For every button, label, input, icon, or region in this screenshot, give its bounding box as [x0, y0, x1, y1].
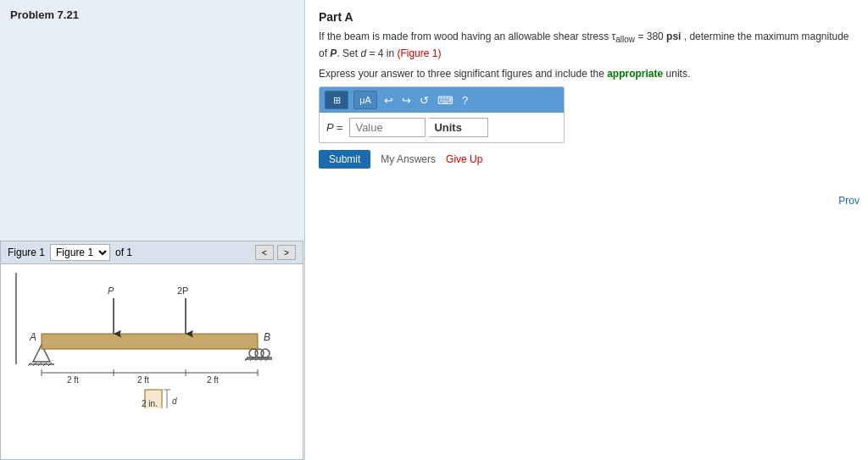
figure-prev-button[interactable]: < [255, 245, 274, 260]
input-row: P = [320, 113, 564, 142]
grid-button[interactable]: ⊞ [325, 91, 348, 109]
grid-icon: ⊞ [333, 95, 341, 106]
svg-text:P: P [108, 285, 114, 296]
keyboard-icon[interactable]: ⌨ [436, 94, 455, 107]
svg-text:B: B [264, 331, 270, 343]
figure-select[interactable]: Figure 1 [50, 244, 110, 261]
svg-text:2 ft: 2 ft [67, 375, 79, 385]
figure-link[interactable]: (Figure 1) [397, 47, 441, 59]
svg-text:2 ft: 2 ft [137, 375, 149, 385]
value-input[interactable] [349, 118, 426, 137]
part-label: Part A [305, 0, 868, 29]
give-up-link[interactable]: Give Up [446, 153, 482, 165]
svg-text:A: A [29, 331, 36, 343]
figure-label: Figure 1 [8, 247, 45, 258]
answer-box: ⊞ μΑ ↩ ↪ ↺ ⌨ ? P = [319, 86, 565, 143]
figure-header: Figure 1 Figure 1 of 1 < > [1, 241, 303, 264]
problem-text: If the beam is made from wood having an … [305, 29, 868, 68]
svg-text:d: d [172, 396, 177, 406]
figure-content: A [1, 264, 303, 459]
submit-row: Submit My Answers Give Up [305, 143, 868, 175]
units-input[interactable] [429, 118, 488, 137]
beam-rect [42, 334, 258, 349]
svg-point-11 [261, 349, 270, 357]
answer-toolbar: ⊞ μΑ ↩ ↪ ↺ ⌨ ? [320, 87, 564, 113]
figure-container: Figure 1 Figure 1 of 1 < > [0, 241, 303, 460]
svg-point-10 [249, 349, 258, 357]
reset-icon[interactable]: ↺ [418, 94, 431, 107]
right-panel: Part A If the beam is made from wood hav… [305, 0, 868, 460]
express-text: Express your answer to three significant… [305, 68, 868, 86]
mu-icon: μΑ [359, 95, 371, 105]
problem-title: Problem 7.21 [0, 0, 304, 30]
undo-icon[interactable]: ↩ [382, 94, 395, 107]
submit-button[interactable]: Submit [319, 150, 370, 169]
svg-text:2 ft: 2 ft [207, 375, 219, 385]
express-suffix: units. [666, 68, 691, 80]
support-a: A [16, 273, 54, 366]
prov-link[interactable]: Prov [838, 195, 860, 207]
svg-text:2 in.: 2 in. [142, 399, 158, 408]
answer-p-label: P = [326, 121, 342, 134]
mu-button[interactable]: μΑ [353, 91, 377, 109]
figure-nav: < > [255, 245, 296, 260]
force-2p: 2P [177, 285, 188, 334]
my-answers-link[interactable]: My Answers [381, 153, 436, 165]
force-p: P [108, 285, 114, 334]
redo-icon[interactable]: ↪ [400, 94, 413, 107]
figure-of-label: of 1 [115, 247, 132, 258]
svg-text:2P: 2P [177, 285, 188, 296]
beam-diagram: A [9, 273, 294, 408]
appropriate-label: appropriate [607, 68, 663, 80]
help-icon[interactable]: ? [460, 94, 470, 107]
figure-next-button[interactable]: > [277, 245, 296, 260]
